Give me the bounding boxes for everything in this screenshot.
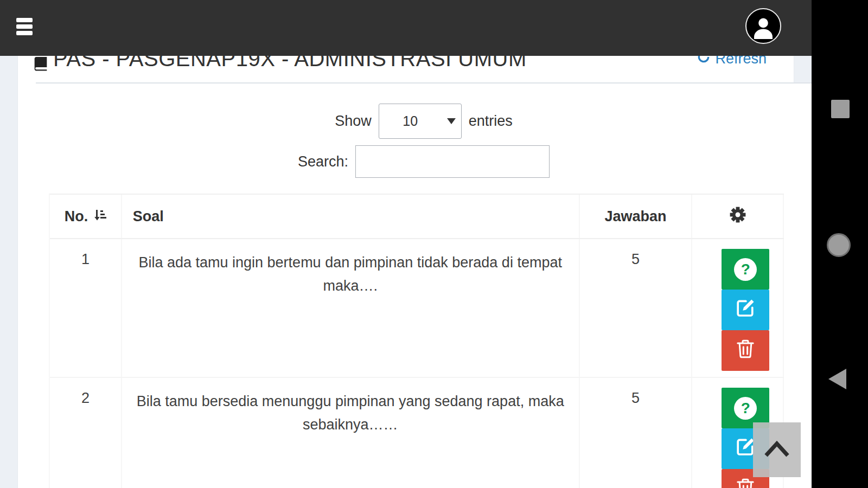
search-control: Search: [36, 144, 812, 179]
table-box: Show 10 entries Search: No. [36, 82, 812, 488]
row-soal: Bila tamu bersedia menunggu pimpinan yan… [122, 378, 580, 488]
show-label: Show [335, 113, 372, 130]
question-circle-icon: ? [734, 258, 757, 281]
page-length-value: 10 [403, 113, 437, 129]
row-number: 1 [50, 239, 122, 377]
android-back-button[interactable] [828, 369, 846, 389]
header-soal[interactable]: Soal [122, 195, 580, 238]
table-row: 2 Bila tamu bersedia menunggu pimpinan y… [50, 378, 784, 488]
detail-button[interactable]: ? [722, 249, 769, 290]
android-home-button[interactable] [827, 233, 851, 257]
trash-icon [735, 477, 756, 488]
menu-toggle-button[interactable] [16, 18, 36, 40]
page-length-select[interactable]: 10 [379, 104, 462, 139]
row-jawaban: 5 [580, 239, 693, 377]
header-no[interactable]: No. [50, 195, 122, 238]
page-length-control: Show 10 entries [36, 103, 812, 139]
trash-icon [735, 338, 756, 363]
android-nav-bar [812, 0, 868, 488]
table-row: 1 Bila ada tamu ingin bertemu dan pimpin… [50, 239, 784, 378]
header-actions [692, 195, 784, 238]
sort-icon [93, 208, 106, 225]
search-input[interactable] [355, 145, 550, 178]
content-card: PAS - PASGENAP19X - ADMINISTRASI UMUM Re… [17, 0, 794, 488]
screen: PAS - PASGENAP19X - ADMINISTRASI UMUM Re… [0, 0, 868, 488]
scroll-to-top-button[interactable] [753, 422, 801, 477]
person-icon [750, 14, 776, 40]
row-soal: Bila ada tamu ingin bertemu dan pimpinan… [122, 239, 580, 377]
edit-icon [734, 297, 757, 323]
header-jawaban[interactable]: Jawaban [580, 195, 693, 238]
user-avatar[interactable] [745, 8, 781, 44]
table-header-row: No. Soal [50, 195, 784, 239]
top-navbar [0, 0, 812, 56]
entries-label: entries [469, 113, 513, 130]
book-icon [30, 54, 51, 75]
search-label: Search: [298, 153, 348, 170]
android-recents-button[interactable] [831, 100, 850, 118]
row-jawaban: 5 [580, 378, 693, 488]
hamburger-icon [16, 18, 33, 22]
questions-table: No. Soal [49, 194, 784, 488]
chevron-down-icon [447, 118, 456, 124]
edit-button[interactable] [722, 290, 769, 330]
row-number: 2 [50, 378, 122, 488]
gear-icon [729, 206, 746, 227]
delete-button[interactable] [722, 330, 769, 371]
row-actions: ? [692, 239, 784, 377]
chevron-up-icon [763, 440, 791, 460]
question-circle-icon: ? [734, 397, 757, 420]
